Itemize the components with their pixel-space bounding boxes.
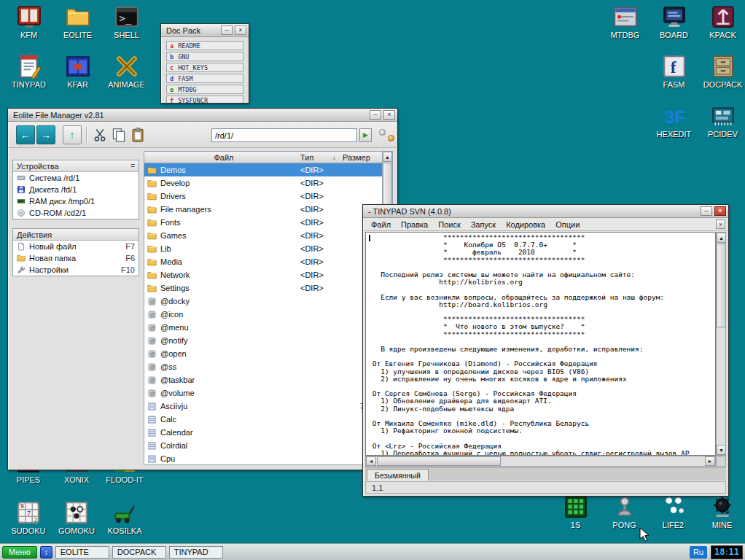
docpack-item-mtdbg[interactable]: eMTDBG [166,85,243,94]
close-button[interactable]: × [383,110,395,120]
paste-button[interactable] [130,127,146,143]
cut-button[interactable] [92,127,108,143]
editor-hscrollbar[interactable]: ◄ ► [365,456,716,467]
minimize-button[interactable]: – [221,26,233,35]
taskbar-task-docpack[interactable]: DOCPACK [112,546,166,559]
file-row[interactable]: Games<DIR> [144,229,382,242]
file-row[interactable]: @@open [144,347,382,360]
desktop-icon-pong[interactable]: PONG [600,494,649,529]
file-row[interactable]: @@ss [144,360,382,373]
tab-untitled[interactable]: Безымянный [367,469,429,481]
forward-button[interactable]: → [36,125,55,144]
scrollbar-thumb[interactable] [717,244,726,327]
device-item[interactable]: Система /rd/1 [13,172,139,184]
scroll-right-icon[interactable]: ► [705,456,715,466]
file-row[interactable]: Colrdial [144,439,382,452]
device-item[interactable]: CD-ROM /cd2/1 [13,207,139,219]
copy-button[interactable] [111,127,127,143]
file-row[interactable]: @@volume [144,386,382,400]
desktop-icon-shell[interactable]: >_SHELL [102,4,151,39]
file-row[interactable]: Network<DIR> [144,268,382,281]
scroll-up-icon[interactable]: ▲ [717,233,726,243]
desktop-icon-kosilka[interactable]: KOSILKA [101,500,149,535]
close-button[interactable]: × [714,206,726,216]
file-row[interactable]: Calc [144,413,382,426]
desktop-icon-1s[interactable]: 1S [551,494,600,529]
docpack-item-gnu[interactable]: bGNU [166,52,243,61]
desktop-icon-mine[interactable]: MINE [698,494,745,529]
scrollbar-thumb[interactable] [377,456,501,466]
file-row[interactable]: Calendar [144,426,382,439]
docpack-item-hot-keys[interactable]: cHOT_KEYS [166,63,243,72]
file-row[interactable]: Media<DIR> [144,255,382,268]
desktop-icon-animage[interactable]: ANIMAGE [102,54,151,89]
taskbar-task-tinypad[interactable]: TINYPAD [169,546,223,559]
about-dot-button[interactable] [388,135,394,141]
desktop-icon-gomoku[interactable]: GOMOKU [52,500,101,535]
menu-item[interactable]: Запуск [466,220,501,229]
file-row[interactable]: @@docky [144,295,382,308]
language-indicator[interactable]: Ru [690,546,707,559]
tinypad-titlebar[interactable]: - TINYPAD SVN (4.0.8) – × [363,205,728,218]
file-row[interactable]: Demos<DIR> [144,163,382,176]
file-row[interactable]: @@icon [144,308,382,321]
column-type[interactable]: Тип [300,153,332,162]
editor-area[interactable]: ********************************** * Кол… [365,232,716,456]
scroll-up-icon[interactable]: ▲ [383,152,392,162]
file-row[interactable]: @@notify [144,334,382,347]
docpack-item-fasm[interactable]: dFASM [166,74,243,83]
go-button[interactable]: ▶ [359,128,372,142]
file-row[interactable]: @@menu [144,321,382,334]
docpack-titlebar[interactable]: Doc Pack – × [161,24,249,37]
file-row[interactable]: File managers<DIR> [144,203,382,216]
menu-item[interactable]: Правка [396,220,433,229]
action--[interactable]: НастройкиF10 [13,264,139,276]
options-dot-button[interactable] [379,129,386,136]
column-size[interactable]: Размер [343,153,382,162]
menu-item[interactable]: Опции [550,220,585,229]
docpack-item-readme[interactable]: aREADME [166,41,243,50]
file-row[interactable]: Develop<DIR> [144,176,382,190]
close-document-button[interactable]: x [716,219,725,229]
eolite-titlebar[interactable]: Eolite File Manager v2.81 – × [8,109,397,122]
file-row[interactable]: Fonts<DIR> [144,216,382,229]
editor-vscrollbar[interactable]: ▲ ▼ [716,232,726,456]
devices-menu-button[interactable]: = [130,162,135,170]
desktop-icon-fasm[interactable]: fFASM [650,54,698,89]
clock[interactable]: 18:11 [711,545,743,559]
menu-item[interactable]: Файл [366,220,396,229]
menu-button[interactable]: Меню [2,546,37,559]
desktop-icon-mtdbg[interactable]: MTDBG [601,4,650,39]
desktop-icon-sudoku[interactable]: 972SUDOKU [4,500,52,535]
column-file[interactable]: Файл [147,153,300,162]
show-desktop-button[interactable]: ↕ [40,546,52,559]
desktop-icon-kfar[interactable]: KFAR [53,54,102,89]
desktop-icon-hexedit[interactable]: 3FHEXEDIT [650,104,698,139]
resize-corner[interactable] [716,456,726,467]
desktop-icon-life2[interactable]: LIFE2 [649,494,698,529]
file-list-header[interactable]: Файл Тип ↓ Размер [144,152,382,163]
menu-item[interactable]: Поиск [433,220,465,229]
device-item[interactable]: Дискета /fd/1 [13,184,139,195]
desktop-icon-pcidev[interactable]: PCIDEV [698,104,745,139]
scroll-left-icon[interactable]: ◄ [366,456,376,466]
action--[interactable]: Новая папкаF6 [13,252,139,264]
desktop-icon-tinypad[interactable]: TINYPAD [4,54,53,89]
desktop-icon-kfm[interactable]: KFM [4,4,53,39]
docpack-item-sysfuncr[interactable]: fSYSFUNCR [166,96,243,104]
action--[interactable]: Новый файлF7 [13,241,139,252]
file-row[interactable]: Asciivju7 [144,400,382,413]
minimize-button[interactable]: – [701,206,712,216]
taskbar-task-eolite[interactable]: EOLITE [55,546,109,559]
file-row[interactable]: @@taskbar [144,373,382,386]
file-row[interactable]: Drivers<DIR> [144,190,382,203]
back-button[interactable]: ← [16,125,35,144]
desktop-icon-eolite[interactable]: EOLITE [53,4,102,39]
file-row[interactable]: Settings<DIR> [144,281,382,295]
minimize-button[interactable]: – [370,110,381,120]
close-button[interactable]: × [235,26,246,35]
file-row[interactable]: Lib<DIR> [144,242,382,255]
desktop-icon-docpack[interactable]: DOCPACK [698,54,745,89]
scroll-down-icon[interactable]: ▼ [717,445,726,455]
file-row[interactable]: Cpu [144,452,382,464]
